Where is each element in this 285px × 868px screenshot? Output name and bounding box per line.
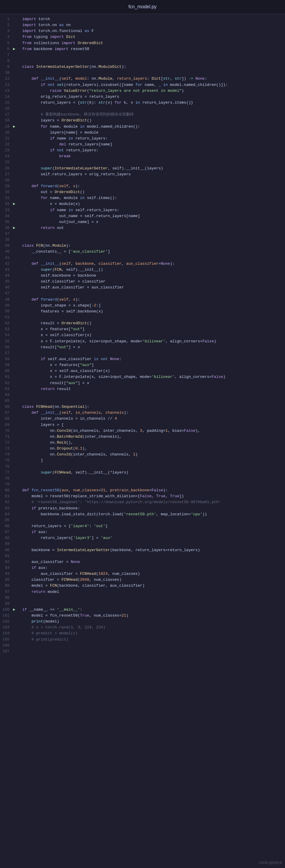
line-number: 72 [1, 440, 9, 446]
line-number: 32 [1, 201, 9, 207]
line-number: 35 [1, 219, 9, 225]
line-number: 62 [1, 380, 9, 386]
line-number: 7 [1, 52, 9, 58]
line-number: 34 [1, 213, 9, 219]
code-line-77: super(FCNHead, self).__init__(*layers) [13, 470, 283, 475]
line-number: 92 [1, 559, 9, 565]
line-number: 6 [1, 46, 9, 52]
code-line-65 [13, 398, 283, 404]
line-number: 22 [1, 142, 9, 148]
code-line-31: for name, module in self.items(): [13, 195, 283, 201]
code-line-61: x = F.interpolate(x, size=input_shape, m… [13, 374, 283, 380]
line-number: 43 [1, 267, 9, 273]
code-line-51 [13, 314, 283, 320]
code-line-71: nn.BatchNorm2d(inter_channels), [13, 434, 283, 440]
title-bar: fcn_model.py [0, 0, 285, 14]
line-number: 37 [1, 231, 9, 237]
line-number: 73 [1, 446, 9, 452]
code-line-93: if aux: [13, 565, 283, 571]
line-number: 97 [1, 589, 9, 595]
code-line-92: aux_classifier = None [13, 559, 283, 565]
code-line-72: nn.ReLU(), [13, 440, 283, 446]
line-number: 5 [1, 40, 9, 46]
line-number: 3 [1, 28, 9, 34]
line-number: 33 [1, 207, 9, 213]
code-line-62: result["aux"] = x [13, 380, 283, 386]
line-number: 61 [1, 374, 9, 380]
line-numbers: 1234567891011121314151617181920212223242… [0, 14, 12, 867]
line-number: 68 [1, 416, 9, 422]
code-line-76 [13, 464, 283, 470]
line-number: 105 [1, 637, 9, 643]
code-line-78 [13, 475, 283, 482]
line-number: 90 [1, 547, 9, 553]
code-line-42: def __init__(self, backbone, classifier,… [13, 261, 283, 267]
line-number: 87 [1, 529, 9, 535]
line-number: 81 [1, 493, 9, 499]
line-number: 104 [1, 630, 9, 637]
code-line-32: ▶ x = module(x) [13, 201, 283, 207]
code-line-37 [13, 231, 283, 237]
code-line-85 [13, 517, 283, 523]
code-line-36: ▶ return out [13, 225, 283, 231]
code-area[interactable]: import torch import torch.nn as nn impor… [12, 14, 285, 867]
code-line-2: import torch.nn as nn [13, 22, 283, 28]
code-line-39: class FCN(nn.Module): [13, 243, 283, 249]
code-line-89 [13, 541, 283, 547]
code-line-96: model = FCN(backbone, classifier, aux_cl… [13, 583, 283, 589]
code-line-48: def forward(self, x): [13, 297, 283, 303]
line-number: 25 [1, 159, 9, 165]
code-line-86: return_layers = {'layer4': 'out'} [13, 523, 283, 529]
code-line-28 [13, 177, 283, 183]
code-line-6: ▶ from backbone import resnet50 [13, 46, 283, 52]
code-line-10 [13, 70, 283, 76]
code-line-47 [13, 290, 283, 297]
code-line-33: if name in self.return_layers: [13, 207, 283, 213]
line-number: 42 [1, 261, 9, 267]
code-line-29: def forward(self, x): [13, 183, 283, 189]
line-number: 99 [1, 601, 9, 607]
code-line-45: self.classifier = classifier [13, 279, 283, 285]
code-line-100: ▶ if __name__ == '__main__': [13, 607, 283, 613]
code-line-56: result["out"] = x [13, 344, 283, 350]
line-number: 71 [1, 434, 9, 440]
line-number: 12 [1, 82, 9, 88]
line-number: 53 [1, 327, 9, 332]
code-line-103: # x = torch.rand(1, 3, 224, 224) [13, 625, 283, 630]
line-number: 70 [1, 428, 9, 434]
line-number: 15 [1, 100, 9, 106]
code-line-38 [13, 237, 283, 243]
line-number: 21 [1, 136, 9, 142]
code-line-40: __constants__ = ['aux_classifier'] [13, 249, 283, 255]
code-line-22: del return_layers[name] [13, 142, 283, 148]
line-number: 56 [1, 344, 9, 350]
line-number: 106 [1, 643, 9, 649]
line-number: 94 [1, 571, 9, 577]
line-number: 23 [1, 148, 9, 153]
line-number: 52 [1, 320, 9, 327]
code-line-102: print(model) [13, 619, 283, 625]
line-number: 39 [1, 243, 9, 249]
line-number: 44 [1, 273, 9, 279]
line-number: 89 [1, 541, 9, 547]
code-line-99 [13, 601, 283, 607]
code-line-1: import torch [13, 16, 283, 22]
code-line-7 [13, 52, 283, 58]
line-number: 13 [1, 88, 9, 94]
code-line-88: return_layers['layer3'] = 'aux' [13, 535, 283, 541]
code-line-106 [13, 643, 283, 649]
line-number: 49 [1, 303, 9, 309]
code-line-8 [13, 58, 283, 64]
line-number: 77 [1, 470, 9, 475]
line-number: 51 [1, 314, 9, 320]
line-number: 14 [1, 94, 9, 100]
line-number: 75 [1, 458, 9, 463]
line-number: 91 [1, 553, 9, 559]
code-line-41 [13, 255, 283, 261]
line-number: 78 [1, 475, 9, 482]
line-number: 69 [1, 422, 9, 428]
line-number: 58 [1, 356, 9, 362]
code-line-95: classifier = FCNHead(2048, num_classes) [13, 577, 283, 583]
code-line-98 [13, 595, 283, 601]
line-number: 48 [1, 297, 9, 303]
